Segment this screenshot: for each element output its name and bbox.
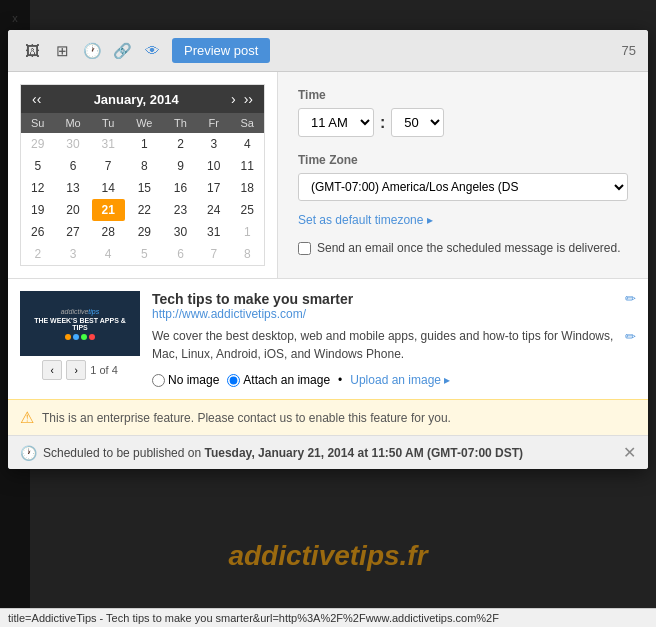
calendar-day-19[interactable]: 19 (21, 199, 55, 221)
post-preview: addictivetips THE WEEK'S BEST APPS & TIP… (8, 278, 648, 399)
calendar-day-3[interactable]: 3 (197, 133, 230, 155)
thumb-nav-text: 1 of 4 (90, 364, 118, 376)
email-checkbox[interactable] (298, 242, 311, 255)
calendar-table: Su Mo Tu We Th Fr Sa 2930311234567891011… (21, 113, 264, 265)
calendar-day-24[interactable]: 24 (197, 199, 230, 221)
enterprise-message: This is an enterprise feature. Please co… (42, 411, 451, 425)
calendar-day-20[interactable]: 20 (55, 199, 92, 221)
calendar-day-27[interactable]: 27 (55, 221, 92, 243)
col-fr: Fr (197, 113, 230, 133)
col-sa: Sa (230, 113, 264, 133)
calendar-day-9[interactable]: 9 (164, 155, 197, 177)
main-content: ‹‹ January, 2014 › ›› Su Mo Tu (8, 72, 648, 278)
minute-select[interactable]: 50 (391, 108, 444, 137)
col-we: We (125, 113, 164, 133)
upload-image-link[interactable]: Upload an image ▸ (350, 373, 450, 387)
calendar-day-1[interactable]: 1 (230, 221, 264, 243)
email-checkbox-label: Send an email once the scheduled message… (317, 241, 621, 255)
timezone-select[interactable]: (GMT-07:00) America/Los Angeles (DS (298, 173, 628, 201)
eye-icon[interactable]: 👁 (140, 39, 164, 63)
char-count: 75 (622, 43, 636, 58)
image-icon[interactable]: 🖼 (20, 39, 44, 63)
calendar-day-31[interactable]: 31 (197, 221, 230, 243)
calendar-day-18[interactable]: 18 (230, 177, 264, 199)
post-thumb: addictivetips THE WEEK'S BEST APPS & TIP… (20, 291, 140, 380)
calendar-day-29[interactable]: 29 (21, 133, 55, 155)
calendar-title: January, 2014 (94, 92, 179, 107)
calendar-day-31[interactable]: 31 (92, 133, 125, 155)
calendar-day-6[interactable]: 6 (55, 155, 92, 177)
thumb-image: addictivetips THE WEEK'S BEST APPS & TIP… (20, 291, 140, 356)
calendar-day-4[interactable]: 4 (92, 243, 125, 265)
next-month-fast-button[interactable]: ›› (241, 91, 256, 107)
calendar-day-8[interactable]: 8 (125, 155, 164, 177)
attach-image-label: Attach an image (243, 373, 330, 387)
no-image-option: No image (152, 373, 219, 387)
close-scheduled-bar-button[interactable]: ✕ (623, 443, 636, 462)
thumb-text-line1: THE WEEK'S BEST APPS & (34, 317, 126, 324)
post-title: Tech tips to make you smarter (152, 291, 353, 307)
preview-post-button[interactable]: Preview post (172, 38, 270, 63)
calendar-day-28[interactable]: 28 (92, 221, 125, 243)
warning-icon: ⚠ (20, 408, 34, 427)
calendar-day-10[interactable]: 10 (197, 155, 230, 177)
edit-title-icon[interactable]: ✏ (625, 291, 636, 306)
calendar-day-16[interactable]: 16 (164, 177, 197, 199)
calendar-day-11[interactable]: 11 (230, 155, 264, 177)
calendar-day-1[interactable]: 1 (125, 133, 164, 155)
no-image-radio[interactable] (152, 374, 165, 387)
calendar-day-30[interactable]: 30 (164, 221, 197, 243)
thumb-next-button[interactable]: › (66, 360, 86, 380)
calendar-day-30[interactable]: 30 (55, 133, 92, 155)
prev-month-button[interactable]: ‹‹ (29, 91, 44, 107)
calendar-day-3[interactable]: 3 (55, 243, 92, 265)
calendar-day-8[interactable]: 8 (230, 243, 264, 265)
clock-toolbar-icon[interactable]: 🕐 (80, 39, 104, 63)
calendar-day-2[interactable]: 2 (164, 133, 197, 155)
table-icon[interactable]: ⊞ (50, 39, 74, 63)
calendar-day-26[interactable]: 26 (21, 221, 55, 243)
next-month-button[interactable]: › (228, 91, 239, 107)
calendar-day-4[interactable]: 4 (230, 133, 264, 155)
col-mo: Mo (55, 113, 92, 133)
scheduled-text: Scheduled to be published on Tuesday, Ja… (43, 446, 523, 460)
scheduled-clock-icon: 🕐 (20, 445, 37, 461)
hour-select[interactable]: 11 AM (298, 108, 374, 137)
calendar-day-2[interactable]: 2 (21, 243, 55, 265)
calendar-day-17[interactable]: 17 (197, 177, 230, 199)
url-bar: title=AddictiveTips - Tech tips to make … (0, 608, 656, 627)
col-tu: Tu (92, 113, 125, 133)
post-preview-inner: addictivetips THE WEEK'S BEST APPS & TIP… (20, 291, 636, 387)
toolbar: 🖼 ⊞ 🕐 🔗 👁 Preview post 75 (8, 30, 648, 72)
calendar-day-22[interactable]: 22 (125, 199, 164, 221)
calendar-day-23[interactable]: 23 (164, 199, 197, 221)
thumb-prev-button[interactable]: ‹ (42, 360, 62, 380)
calendar-day-21[interactable]: 21 (92, 199, 125, 221)
calendar-day-14[interactable]: 14 (92, 177, 125, 199)
enterprise-notice: ⚠ This is an enterprise feature. Please … (8, 399, 648, 435)
set-default-link[interactable]: Set as default timezone ▸ (298, 213, 628, 227)
col-th: Th (164, 113, 197, 133)
time-label: Time (298, 88, 628, 102)
post-description-text: We cover the best desktop, web and mobil… (152, 327, 621, 363)
calendar-day-5[interactable]: 5 (21, 155, 55, 177)
calendar-day-12[interactable]: 12 (21, 177, 55, 199)
post-description-row: We cover the best desktop, web and mobil… (152, 327, 636, 363)
thumb-text-line2: TIPS (72, 324, 88, 331)
time-row: 11 AM : 50 (298, 108, 628, 137)
calendar-day-7[interactable]: 7 (92, 155, 125, 177)
no-image-label: No image (168, 373, 219, 387)
edit-description-icon[interactable]: ✏ (625, 327, 636, 347)
link-icon[interactable]: 🔗 (110, 39, 134, 63)
calendar-day-7[interactable]: 7 (197, 243, 230, 265)
calendar-day-13[interactable]: 13 (55, 177, 92, 199)
calendar-day-5[interactable]: 5 (125, 243, 164, 265)
timezone-label: Time Zone (298, 153, 628, 167)
attach-image-radio[interactable] (227, 374, 240, 387)
modal-overlay: 🖼 ⊞ 🕐 🔗 👁 Preview post 75 ‹‹ January, 20… (0, 0, 656, 627)
calendar-day-15[interactable]: 15 (125, 177, 164, 199)
scheduled-prefix: Scheduled to be published on (43, 446, 201, 460)
calendar-day-29[interactable]: 29 (125, 221, 164, 243)
calendar-day-25[interactable]: 25 (230, 199, 264, 221)
calendar-day-6[interactable]: 6 (164, 243, 197, 265)
